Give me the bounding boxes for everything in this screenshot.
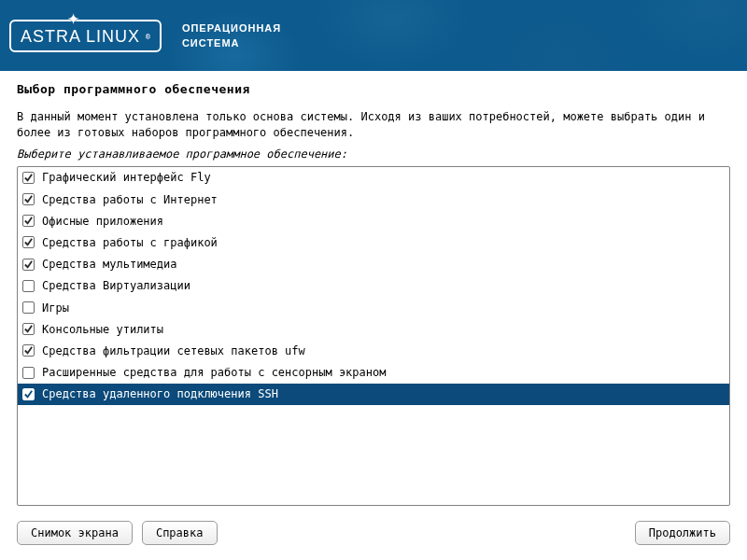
screenshot-button[interactable]: Снимок экрана <box>17 521 133 545</box>
software-item-label: Средства Виртуализации <box>42 279 190 292</box>
logo-text: ASTRA LINUX <box>21 27 140 47</box>
software-item-label: Средства фильтрации сетевых пакетов ufw <box>42 344 305 357</box>
software-item-label: Средства удаленного подключения SSH <box>42 387 278 400</box>
main-panel: Выбор программного обеспечения В данный … <box>0 71 747 506</box>
checkbox[interactable] <box>22 367 35 379</box>
software-item-label: Расширенные средства для работы с сенсор… <box>42 366 386 379</box>
software-item[interactable]: Средства работы с графикой <box>18 231 729 253</box>
software-item-label: Средства работы с Интернет <box>42 193 218 206</box>
registered-symbol: ® <box>146 33 150 41</box>
continue-button[interactable]: Продолжить <box>635 521 730 545</box>
software-item[interactable]: Игры <box>18 297 729 318</box>
button-bar: Снимок экрана Справка Продолжить <box>0 511 747 560</box>
software-item[interactable]: Средства фильтрации сетевых пакетов ufw <box>18 340 729 361</box>
software-item[interactable]: Графический интерфейс Fly <box>18 167 729 189</box>
prompt-text: Выберите устанавливаемое программное обе… <box>17 147 730 161</box>
software-item-label: Графический интерфейс Fly <box>42 171 211 184</box>
star-icon: ✦ <box>67 7 79 28</box>
software-item-label: Игры <box>42 301 69 315</box>
checkbox[interactable] <box>22 301 35 314</box>
subtitle-line1: ОПЕРАЦИОННАЯ <box>182 21 281 36</box>
header-subtitle: ОПЕРАЦИОННАЯ СИСТЕМА <box>182 21 281 51</box>
software-item[interactable]: Средства Виртуализации <box>18 275 729 297</box>
software-item[interactable]: Средства удаленного подключения SSH <box>18 384 729 405</box>
installer-header: ✦ ASTRA LINUX® ОПЕРАЦИОННАЯ СИСТЕМА <box>0 0 747 71</box>
software-item[interactable]: Офисные приложения <box>18 210 729 231</box>
checkbox[interactable] <box>22 236 35 248</box>
spacer <box>227 521 626 545</box>
checkbox[interactable] <box>22 280 35 292</box>
software-item[interactable]: Расширенные средства для работы с сенсор… <box>18 361 729 383</box>
software-item-label: Консольные утилиты <box>42 323 163 336</box>
checkbox[interactable] <box>22 323 35 335</box>
description-text: В данный момент установлена только основ… <box>17 109 730 142</box>
logo: ✦ ASTRA LINUX® <box>9 20 162 52</box>
software-item-label: Средства работы с графикой <box>42 236 218 249</box>
software-item[interactable]: Средства мультимедиа <box>18 254 729 275</box>
software-list[interactable]: Графический интерфейс FlyСредства работы… <box>17 166 730 506</box>
software-item[interactable]: Средства работы с Интернет <box>18 189 729 210</box>
checkbox[interactable] <box>22 259 35 271</box>
subtitle-line2: СИСТЕМА <box>182 35 281 51</box>
checkbox[interactable] <box>22 172 35 184</box>
software-item-label: Офисные приложения <box>42 215 163 228</box>
checkbox[interactable] <box>22 344 35 357</box>
checkbox[interactable] <box>22 388 35 400</box>
checkbox[interactable] <box>22 193 35 205</box>
page-title: Выбор программного обеспечения <box>17 82 730 96</box>
software-item[interactable]: Консольные утилиты <box>18 318 729 340</box>
checkbox[interactable] <box>22 215 35 227</box>
help-button[interactable]: Справка <box>142 521 218 545</box>
software-item-label: Средства мультимедиа <box>42 258 177 271</box>
